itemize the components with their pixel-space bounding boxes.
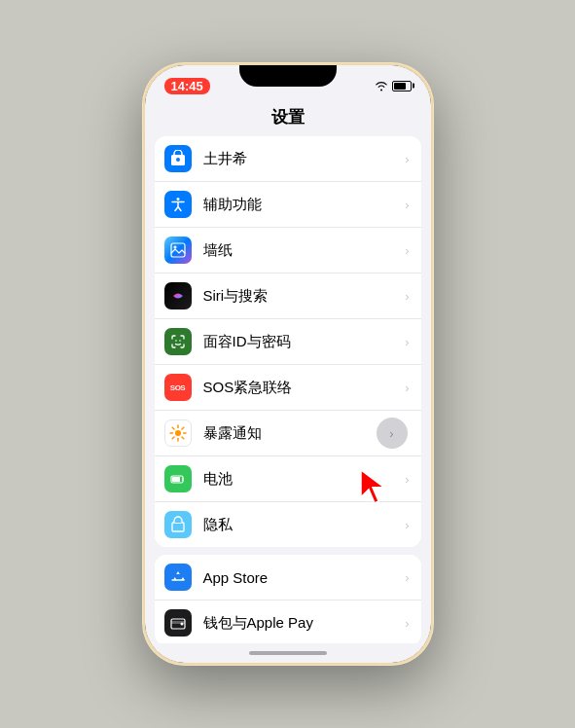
appstore-icon <box>164 564 192 591</box>
tujihui-chevron: › <box>405 152 409 166</box>
sos-chevron: › <box>405 381 409 395</box>
svg-point-1 <box>176 158 180 162</box>
settings-group-1: 土井希 › 辅助功能 › 墙纸 <box>155 136 421 547</box>
privacy-label: 隐私 <box>203 516 402 534</box>
privacy-icon <box>164 511 192 538</box>
wallpaper-icon <box>164 237 192 264</box>
battery-item-icon <box>164 465 192 492</box>
wifi-icon <box>375 81 388 91</box>
faceid-icon <box>164 328 192 355</box>
page-title: 设置 <box>145 100 431 136</box>
settings-item-exposure[interactable]: 暴露通知 › <box>155 411 421 456</box>
exposure-gray-circle[interactable]: › <box>377 418 408 449</box>
svg-line-15 <box>172 437 174 439</box>
screen-content: 14:45 设置 <box>145 65 431 663</box>
settings-item-faceid[interactable]: 面容ID与密码 › <box>155 319 421 365</box>
home-indicator-area <box>145 643 431 663</box>
phone-screen: 14:45 设置 <box>145 65 431 663</box>
exposure-icon <box>164 419 192 447</box>
settings-item-sos[interactable]: SOS SOS紧急联络 › <box>155 365 421 411</box>
svg-point-7 <box>175 430 181 436</box>
accessibility-icon <box>164 191 192 218</box>
settings-scroll[interactable]: 土井希 › 辅助功能 › 墙纸 <box>145 136 431 643</box>
settings-item-battery[interactable]: 电池 › <box>155 456 421 502</box>
svg-line-12 <box>172 427 174 429</box>
siri-label: Siri与搜索 <box>203 287 402 306</box>
svg-rect-17 <box>172 477 180 482</box>
status-bar: 14:45 <box>145 65 431 100</box>
faceid-chevron: › <box>405 335 409 349</box>
battery-fill <box>394 83 407 90</box>
tujihui-icon <box>164 145 192 172</box>
settings-item-accessibility[interactable]: 辅助功能 › <box>155 182 421 228</box>
notch <box>239 65 337 87</box>
status-time: 14:45 <box>164 78 210 94</box>
accessibility-chevron: › <box>405 198 409 212</box>
settings-item-siri[interactable]: Siri与搜索 › <box>155 273 421 319</box>
siri-chevron: › <box>405 289 409 304</box>
svg-line-13 <box>182 437 184 439</box>
battery-icon <box>392 81 412 91</box>
wallet-label: 钱包与Apple Pay <box>203 614 402 633</box>
sos-icon: SOS <box>164 374 192 401</box>
siri-icon <box>164 282 192 309</box>
svg-line-14 <box>182 427 184 429</box>
appstore-label: App Store <box>203 569 402 586</box>
tujihui-label: 土井希 <box>203 150 402 168</box>
svg-point-22 <box>180 623 183 626</box>
battery-label: 电池 <box>203 470 402 489</box>
battery-chevron: › <box>405 472 409 487</box>
home-indicator <box>249 651 327 655</box>
sos-label: SOS紧急联络 <box>203 379 402 397</box>
status-icons <box>375 81 412 91</box>
settings-item-appstore[interactable]: App Store › <box>155 555 421 601</box>
svg-point-2 <box>176 198 179 200</box>
settings-item-wallet[interactable]: 钱包与Apple Pay › <box>155 601 421 643</box>
wallet-icon <box>164 609 192 637</box>
wallpaper-chevron: › <box>405 243 409 258</box>
settings-item-tujihui[interactable]: 土井希 › <box>155 136 421 182</box>
accessibility-label: 辅助功能 <box>203 196 402 214</box>
appstore-chevron: › <box>405 570 409 585</box>
settings-item-wallpaper[interactable]: 墙纸 › <box>155 228 421 273</box>
settings-item-privacy[interactable]: 隐私 › <box>155 502 421 547</box>
svg-point-6 <box>179 340 181 342</box>
svg-point-4 <box>173 246 176 249</box>
faceid-label: 面容ID与密码 <box>203 333 402 351</box>
privacy-chevron: › <box>405 518 409 532</box>
svg-rect-3 <box>171 243 185 257</box>
phone-frame: 14:45 设置 <box>142 62 434 666</box>
settings-group-2: App Store › 钱包与Apple Pay › <box>155 555 421 643</box>
wallet-chevron: › <box>405 616 409 631</box>
wallpaper-label: 墙纸 <box>203 241 402 260</box>
svg-rect-19 <box>175 523 181 524</box>
svg-point-5 <box>175 340 177 342</box>
